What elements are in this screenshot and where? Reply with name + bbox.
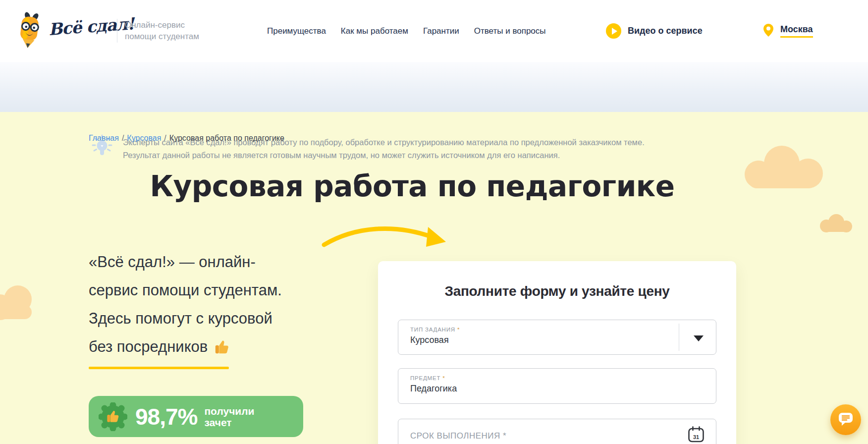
nav-guarantees[interactable]: Гарантии: [423, 26, 459, 36]
video-about-service-link[interactable]: Видео о сервисе: [606, 0, 703, 62]
logo-pencil-mascot-icon[interactable]: [14, 11, 46, 52]
logo-title[interactable]: Всё сдал!: [48, 14, 135, 39]
subject-input[interactable]: ПРЕДМЕТ * Педагогика: [398, 368, 716, 404]
hero-description: «Всё сдал!» — онлайн- сервис помощи студ…: [89, 248, 346, 361]
form-title: Заполните форму и узнайте цену: [378, 283, 736, 299]
breadcrumb-section[interactable]: Курсовая: [127, 134, 161, 142]
chat-bubble-icon: [838, 411, 854, 428]
nav-advantages[interactable]: Преимущества: [267, 26, 326, 36]
svg-text:31: 31: [693, 434, 699, 440]
breadcrumb-current: Курсовая работа по педагогике: [169, 134, 284, 142]
chat-widget-button[interactable]: [830, 404, 861, 435]
logo-subtitle: Онлайн-сервис помощи студентам: [125, 19, 199, 42]
cloud-decor-small: [816, 213, 856, 237]
breadcrumb-home[interactable]: Главная: [89, 134, 119, 142]
price-form-card: Заполните форму и узнайте цену ТИП ЗАДАН…: [378, 261, 736, 444]
task-type-value: Курсовая: [410, 335, 716, 345]
city-name: Москва: [780, 24, 813, 38]
play-icon[interactable]: [606, 23, 621, 39]
nav-how-we-work[interactable]: Как мы работаем: [341, 26, 408, 36]
page-title: Курсовая работа по педагогике: [79, 169, 745, 203]
breadcrumb: Главная/Курсовая/Курсовая работа по педа…: [89, 134, 284, 143]
subject-value: Педагогика: [410, 384, 716, 394]
yellow-underline-decor: [89, 367, 229, 369]
location-pin-icon[interactable]: [763, 23, 774, 39]
calendar-icon[interactable]: 31: [687, 426, 705, 444]
city-selector[interactable]: Москва: [763, 0, 813, 62]
stat-value: 98,7%: [135, 403, 197, 430]
stat-badge: 98,7% получили зачет: [89, 396, 303, 437]
select-divider: [679, 324, 680, 351]
chevron-down-icon[interactable]: [694, 335, 704, 341]
task-type-select[interactable]: ТИП ЗАДАНИЯ * Курсовая: [398, 320, 716, 355]
main-nav: Преимущества Как мы работаем Гарантии От…: [267, 0, 546, 62]
logo-divider: [117, 19, 117, 43]
nav-faq[interactable]: Ответы и вопросы: [474, 26, 546, 36]
cloud-decor-large: [736, 143, 830, 194]
stat-label: получили зачет: [204, 405, 254, 428]
cloud-decor-left: [0, 281, 40, 326]
disclaimer-banner: Эксперты сайта «Всё сдал!» проводят рабо…: [0, 62, 868, 112]
deadline-input[interactable]: СРОК ВЫПОЛНЕНИЯ * 31: [398, 419, 716, 444]
thumbs-up-badge-icon: [99, 402, 127, 431]
thumbs-up-icon: [214, 341, 230, 359]
site-header: Всё сдал! Онлайн-сервис помощи студентам…: [0, 0, 868, 62]
